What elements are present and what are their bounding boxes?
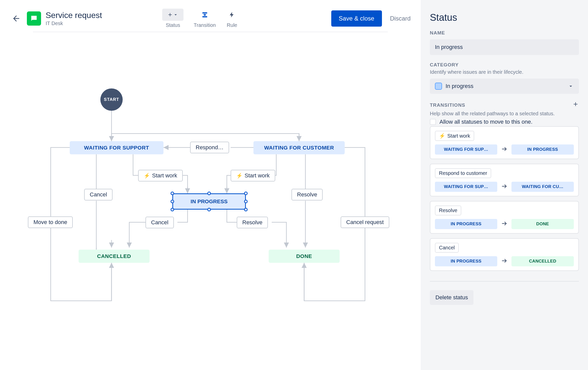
svg-rect-0 (203, 12, 207, 14)
transition-resolve-2[interactable]: Resolve (237, 217, 268, 228)
arrow-right-icon (501, 183, 508, 191)
transition-cancel-2[interactable]: Cancel (145, 217, 174, 228)
status-in-progress-selected[interactable]: IN PROGRESS (172, 193, 246, 210)
project-icon (27, 11, 41, 26)
svg-rect-1 (203, 16, 207, 17)
transition-cancel-request[interactable]: Cancel request (341, 216, 389, 228)
transition-card-title: Cancel (435, 243, 459, 253)
page-title: Service request (46, 11, 102, 20)
transition-card[interactable]: ⚡Start workWAITING FOR SUP…IN PROGRESS (430, 126, 579, 159)
allow-all-label: Allow all statuses to move to this one. (439, 119, 532, 125)
transition-from-status: WAITING FOR SUP… (435, 144, 497, 155)
arrow-right-icon (501, 145, 508, 154)
category-value: In progress (446, 83, 473, 89)
transition-cancel-1[interactable]: Cancel (84, 189, 113, 200)
rule-tool-label: Rule (227, 22, 237, 28)
category-label: CATEGORY (430, 62, 579, 68)
transition-to-status: WAITING FOR CU… (511, 182, 574, 192)
category-select[interactable]: In progress (430, 79, 579, 94)
transition-icon (201, 11, 208, 18)
status-done[interactable]: DONE (269, 250, 340, 263)
transition-start-work-1[interactable]: ⚡ Start work (138, 170, 183, 181)
transition-label: Start work (152, 172, 177, 179)
transition-card-title: ⚡Start work (435, 131, 474, 141)
transitions-description: Help show all the related pathways to a … (430, 111, 579, 117)
bolt-icon (229, 11, 235, 18)
workflow-canvas[interactable]: START WAITING FOR SUPPORT WAITING FOR CU… (0, 32, 421, 370)
project-name: IT Desk (46, 21, 102, 26)
allow-all-checkbox[interactable] (430, 119, 436, 125)
arrow-right-icon (501, 257, 508, 265)
transition-start-work-2[interactable]: ⚡ Start work (231, 170, 275, 181)
delete-status-button[interactable]: Delete status (430, 290, 473, 305)
bolt-icon: ⚡ (439, 133, 445, 139)
transition-to-status: CANCELLED (511, 256, 574, 266)
plus-icon (167, 12, 173, 17)
transition-to-status: DONE (511, 219, 574, 229)
name-label: NAME (430, 30, 579, 36)
transition-tool-label: Transition (194, 22, 216, 28)
arrow-right-icon (501, 220, 508, 228)
transition-move-to-done[interactable]: Move to done (28, 216, 73, 228)
sidebar-divider (430, 281, 579, 282)
add-status-button[interactable] (162, 9, 183, 21)
bolt-icon: ⚡ (144, 173, 150, 179)
transition-card[interactable]: ResolveIN PROGRESSDONE (430, 201, 579, 234)
bolt-icon: ⚡ (236, 173, 243, 179)
chevron-down-icon (173, 12, 178, 17)
transition-card[interactable]: CancelIN PROGRESSCANCELLED (430, 238, 579, 271)
add-transition-button[interactable] (199, 9, 211, 21)
transition-from-status: IN PROGRESS (435, 219, 497, 229)
transition-card[interactable]: Respond to customerWAITING FOR SUP…WAITI… (430, 164, 579, 196)
status-cancelled[interactable]: CANCELLED (79, 250, 150, 263)
transitions-label: TRANSITIONS (430, 102, 465, 108)
transition-resolve-1[interactable]: Resolve (291, 189, 323, 200)
add-rule-button[interactable] (226, 9, 238, 21)
transition-card-title: Resolve (435, 206, 461, 215)
transition-from-status: IN PROGRESS (435, 256, 497, 266)
discard-button[interactable]: Discard (390, 15, 411, 22)
status-tool-label: Status (166, 22, 180, 28)
status-details-panel: Status NAME In progress CATEGORY Identif… (421, 0, 588, 370)
transition-from-status: WAITING FOR SUP… (435, 182, 497, 192)
transition-card-title: Respond to customer (435, 168, 491, 178)
category-description: Identify where issues are in their lifec… (430, 69, 579, 75)
transition-label: Start work (245, 172, 270, 179)
category-swatch-icon (435, 83, 442, 90)
sidebar-title: Status (430, 12, 579, 23)
back-button[interactable] (10, 12, 22, 25)
status-waiting-for-customer[interactable]: WAITING FOR CUSTOMER (253, 141, 345, 154)
transition-to-status: IN PROGRESS (511, 144, 574, 155)
status-name-input[interactable]: In progress (430, 39, 579, 55)
add-transition-button[interactable] (572, 101, 579, 109)
start-node[interactable]: START (100, 88, 123, 111)
transition-respond[interactable]: Respond… (190, 142, 229, 153)
save-close-button[interactable]: Save & close (331, 10, 382, 27)
status-waiting-for-support[interactable]: WAITING FOR SUPPORT (70, 141, 163, 154)
plus-icon (572, 101, 579, 107)
chevron-down-icon (568, 83, 574, 89)
